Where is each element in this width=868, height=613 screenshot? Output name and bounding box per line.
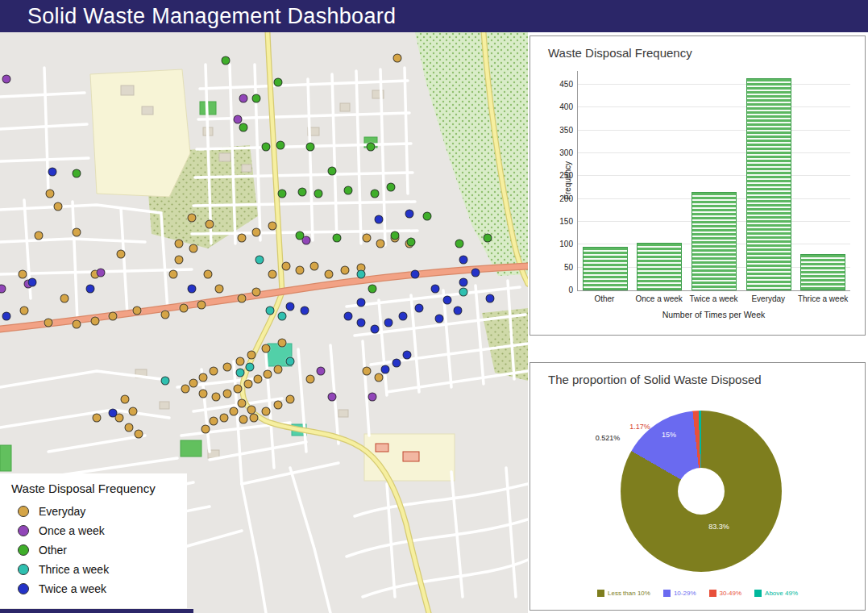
map-marker[interactable] (301, 306, 309, 315)
map-marker[interactable] (206, 220, 214, 229)
map-marker[interactable] (223, 363, 232, 372)
map-marker[interactable] (73, 169, 81, 178)
map-marker[interactable] (276, 141, 285, 150)
map-marker[interactable] (91, 317, 100, 326)
map-marker[interactable] (381, 365, 390, 374)
map-marker[interactable] (60, 294, 69, 303)
map-marker[interactable] (399, 312, 408, 321)
map-marker[interactable] (239, 94, 248, 103)
map-marker[interactable] (431, 285, 440, 294)
map-marker[interactable] (286, 302, 295, 311)
map-marker[interactable] (317, 367, 326, 376)
map-marker[interactable] (357, 298, 366, 307)
map-marker[interactable] (459, 256, 468, 265)
map-marker[interactable] (175, 256, 184, 265)
map-marker[interactable] (247, 351, 256, 360)
map-marker[interactable] (199, 373, 208, 382)
map-marker[interactable] (181, 385, 190, 394)
map-marker[interactable] (371, 190, 380, 198)
map-marker[interactable] (121, 395, 130, 404)
map-marker[interactable] (169, 270, 178, 279)
map-marker[interactable] (46, 190, 55, 198)
map-marker[interactable] (459, 288, 468, 297)
map-marker[interactable] (344, 312, 353, 321)
map-marker[interactable] (238, 294, 247, 303)
map-marker[interactable] (180, 304, 189, 313)
map-marker[interactable] (298, 188, 307, 197)
map-marker[interactable] (199, 390, 208, 398)
map-marker[interactable] (415, 304, 424, 313)
map-marker[interactable] (252, 228, 261, 237)
map-marker[interactable] (264, 370, 272, 379)
map-marker[interactable] (133, 306, 142, 315)
map-marker[interactable] (262, 344, 271, 353)
map-marker[interactable] (344, 186, 353, 195)
map-marker[interactable] (367, 143, 376, 152)
map-marker[interactable] (375, 215, 384, 224)
map-marker[interactable] (268, 222, 277, 231)
map-marker[interactable] (109, 409, 118, 418)
map-marker[interactable] (357, 319, 366, 327)
map-marker[interactable] (201, 425, 210, 434)
map-marker[interactable] (188, 214, 197, 223)
map-marker[interactable] (328, 167, 337, 176)
map-marker[interactable] (310, 262, 319, 271)
map-marker[interactable] (262, 407, 271, 416)
map-marker[interactable] (282, 262, 291, 271)
map-marker[interactable] (97, 269, 106, 277)
map-marker[interactable] (236, 369, 245, 377)
map-marker[interactable] (117, 250, 126, 259)
bar-twice-a-week[interactable] (691, 192, 737, 290)
map-marker[interactable] (443, 296, 452, 305)
map-marker[interactable] (188, 285, 197, 294)
map-marker[interactable] (73, 320, 81, 329)
map-marker[interactable] (306, 143, 315, 152)
map-marker[interactable] (333, 234, 342, 243)
map-marker[interactable] (393, 54, 402, 63)
map-marker[interactable] (274, 78, 283, 87)
map-marker[interactable] (125, 423, 134, 432)
map-marker[interactable] (328, 393, 337, 402)
map-marker[interactable] (189, 379, 198, 388)
map-marker[interactable] (266, 306, 275, 315)
bar-thrice-a-week[interactable] (800, 254, 845, 290)
map-marker[interactable] (109, 312, 118, 321)
map-marker[interactable] (161, 311, 170, 319)
map-marker[interactable] (363, 234, 372, 243)
map-marker[interactable] (250, 414, 259, 423)
map-marker[interactable] (278, 339, 287, 348)
bar-other[interactable] (583, 247, 628, 290)
map-marker[interactable] (484, 234, 492, 243)
map-marker[interactable] (0, 285, 6, 294)
map-marker[interactable] (175, 240, 184, 248)
map-marker[interactable] (306, 375, 315, 384)
map-marker[interactable] (368, 393, 377, 402)
map-marker[interactable] (215, 285, 224, 294)
map-marker[interactable] (455, 240, 464, 248)
map-marker[interactable] (246, 363, 255, 372)
map-marker[interactable] (296, 266, 305, 275)
map-marker[interactable] (363, 367, 372, 376)
map-marker[interactable] (236, 357, 245, 366)
map-marker[interactable] (368, 285, 377, 294)
map-marker[interactable] (2, 312, 11, 321)
map-marker[interactable] (35, 231, 44, 240)
map-marker[interactable] (234, 115, 243, 124)
map-marker[interactable] (262, 143, 271, 152)
map-marker[interactable] (210, 367, 218, 376)
map-marker[interactable] (274, 365, 283, 374)
map-marker[interactable] (230, 407, 239, 416)
map-marker[interactable] (454, 306, 463, 315)
map-marker[interactable] (19, 270, 27, 279)
map-marker[interactable] (314, 190, 323, 198)
map-marker[interactable] (189, 244, 198, 253)
map-marker[interactable] (376, 240, 385, 248)
map-marker[interactable] (252, 288, 261, 297)
map-marker[interactable] (54, 202, 63, 211)
bar-once-a-week[interactable] (637, 243, 682, 291)
map-marker[interactable] (325, 270, 334, 279)
map-marker[interactable] (254, 375, 263, 384)
map-marker[interactable] (407, 238, 416, 247)
map-marker[interactable] (278, 312, 287, 321)
map-marker[interactable] (296, 231, 305, 240)
